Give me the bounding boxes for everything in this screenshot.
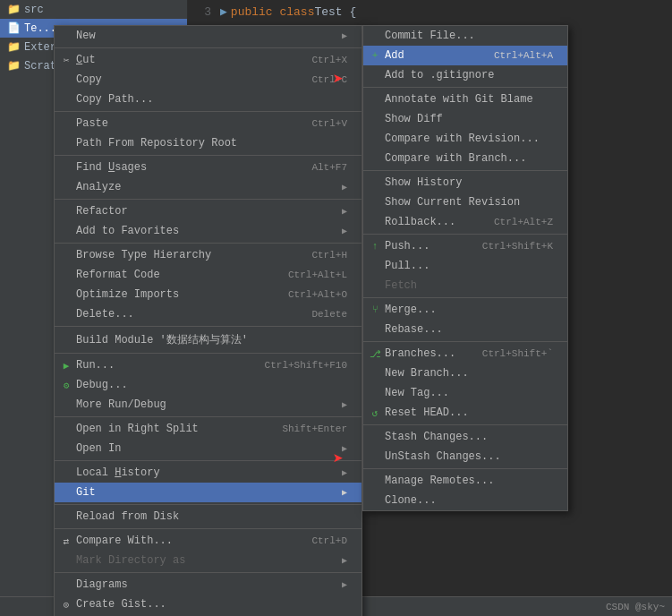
menu-item-debug[interactable]: ⚙ Debug...	[55, 375, 362, 395]
menu-sep-11	[55, 528, 362, 529]
git-menu-item-stash[interactable]: Stash Changes...	[363, 427, 567, 447]
folder-icon-ext: 📁	[7, 40, 21, 54]
menu-sep-6	[55, 326, 362, 327]
menu-sep-7	[55, 353, 362, 354]
git-menu-item-rollback[interactable]: Rollback... Ctrl+Alt+Z	[363, 212, 567, 232]
git-menu-item-compare-branch[interactable]: Compare with Branch...	[363, 149, 567, 168]
sidebar-item-src[interactable]: 📁 src	[0, 0, 187, 19]
menu-item-delete[interactable]: Delete... Delete	[55, 304, 362, 324]
menu-sep-10	[55, 504, 362, 505]
git-sep-4	[363, 297, 567, 298]
menu-sep-9	[55, 460, 362, 461]
menu-item-new[interactable]: New ▶	[55, 26, 362, 46]
menu-item-copy-path[interactable]: Copy Path...	[55, 90, 362, 109]
git-menu-item-new-tag[interactable]: New Tag...	[363, 383, 567, 403]
menu-item-mark-directory[interactable]: Mark Directory as ▶	[55, 551, 362, 570]
git-menu-item-show-current-rev[interactable]: Show Current Revision	[363, 192, 567, 212]
menu-item-optimize[interactable]: Optimize Imports Ctrl+Alt+O	[55, 285, 362, 304]
git-menu-item-clone[interactable]: Clone...	[363, 491, 567, 510]
git-sep-3	[363, 234, 567, 235]
git-menu-item-rebase[interactable]: Rebase...	[363, 320, 567, 339]
menu-sep-5	[55, 243, 362, 244]
menu-item-create-gist[interactable]: ⊙ Create Gist...	[55, 595, 362, 614]
sidebar-item-te-label: Te...	[24, 22, 56, 35]
menu-sep-2	[55, 111, 362, 112]
git-menu-item-gitignore[interactable]: Add to .gitignore	[363, 65, 567, 85]
menu-item-analyze[interactable]: Analyze ▶	[55, 177, 362, 197]
git-sep-7	[363, 468, 567, 469]
menu-item-open-in[interactable]: Open In ▶	[55, 439, 362, 458]
menu-item-open-right-split[interactable]: Open in Right Split Shift+Enter	[55, 419, 362, 439]
git-menu-item-new-branch[interactable]: New Branch...	[363, 364, 567, 383]
git-menu-item-reset-head[interactable]: ↺ Reset HEAD...	[363, 403, 567, 423]
git-menu-item-pull[interactable]: Pull...	[363, 256, 567, 276]
red-arrow-git: ➤	[333, 448, 344, 470]
code-line-3: 3 ▶ public class Test {	[195, 4, 665, 21]
status-bar-right: CSDN @sky~	[606, 602, 665, 612]
git-sep-5	[363, 341, 567, 342]
folder-icon-scratch: 📁	[7, 59, 21, 73]
menu-item-copy[interactable]: Copy Ctrl+C	[55, 70, 362, 90]
git-menu-item-push[interactable]: ↑ Push... Ctrl+Shift+K	[363, 236, 567, 256]
menu-item-add-to-favorites[interactable]: Add to Favorites ▶	[55, 221, 362, 241]
menu-item-path-from-repo[interactable]: Path From Repository Root	[55, 133, 362, 153]
context-menu: New ▶ ✂ Cut Ctrl+X Copy Ctrl+C Copy Path…	[54, 25, 362, 616]
menu-item-reformat[interactable]: Reformat Code Ctrl+Alt+L	[55, 265, 362, 285]
menu-item-refactor[interactable]: Refactor ▶	[55, 201, 362, 221]
git-menu-item-manage-remotes[interactable]: Manage Remotes...	[363, 471, 567, 491]
git-menu-item-add[interactable]: + Add Ctrl+Alt+A	[363, 46, 567, 65]
file-icon: 📄	[7, 21, 21, 35]
menu-item-browse-type[interactable]: Browse Type Hierarchy Ctrl+H	[55, 245, 362, 265]
git-menu-item-compare-revision[interactable]: Compare with Revision...	[363, 129, 567, 149]
git-submenu: Commit File... + Add Ctrl+Alt+A Add to .…	[362, 25, 568, 511]
git-menu-item-show-history[interactable]: Show History	[363, 173, 567, 192]
git-sep-6	[363, 424, 567, 425]
menu-item-paste[interactable]: Paste Ctrl+V	[55, 114, 362, 133]
menu-item-run[interactable]: ▶ Run... Ctrl+Shift+F10	[55, 355, 362, 375]
git-menu-item-show-diff[interactable]: Show Diff	[363, 109, 567, 129]
menu-item-reload-disk[interactable]: Reload from Disk	[55, 507, 362, 526]
menu-sep-3	[55, 155, 362, 156]
menu-item-compare-with[interactable]: ⇄ Compare With... Ctrl+D	[55, 531, 362, 551]
menu-item-cut[interactable]: ✂ Cut Ctrl+X	[55, 50, 362, 70]
git-menu-item-fetch[interactable]: Fetch	[363, 276, 567, 295]
menu-item-build-module[interactable]: Build Module '数据结构与算法'	[55, 329, 362, 351]
menu-sep-8	[55, 416, 362, 417]
menu-item-find-usages[interactable]: Find Usages Alt+F7	[55, 158, 362, 177]
sidebar-item-src-label: src	[24, 4, 44, 16]
menu-sep-12	[55, 572, 362, 573]
git-menu-item-annotate[interactable]: Annotate with Git Blame	[363, 90, 567, 109]
git-menu-item-merge[interactable]: ⑂ Merge...	[363, 300, 567, 320]
git-menu-item-commit-file[interactable]: Commit File...	[363, 26, 567, 46]
menu-item-diagrams[interactable]: Diagrams ▶	[55, 575, 362, 595]
git-sep-2	[363, 170, 567, 171]
git-sep-1	[363, 87, 567, 88]
folder-icon: 📁	[7, 3, 21, 16]
red-arrow-add: ➤	[333, 68, 344, 90]
git-menu-item-unstash[interactable]: UnStash Changes...	[363, 447, 567, 466]
menu-sep-4	[55, 199, 362, 200]
menu-item-git[interactable]: Git ▶	[55, 483, 362, 502]
menu-item-more-run-debug[interactable]: More Run/Debug ▶	[55, 395, 362, 415]
git-menu-item-branches[interactable]: ⎇ Branches... Ctrl+Shift+`	[363, 344, 567, 364]
menu-item-local-history[interactable]: Local History ▶	[55, 463, 362, 483]
menu-sep-1	[55, 47, 362, 48]
